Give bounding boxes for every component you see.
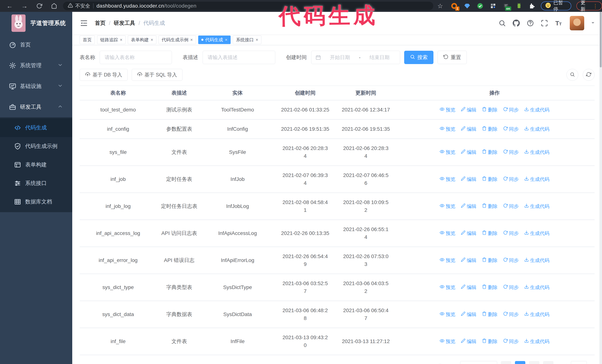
sidebar-item-系统管理[interactable]: 系统管理 bbox=[0, 55, 72, 76]
action-编辑[interactable]: 编辑 bbox=[461, 106, 476, 114]
action-生成代码[interactable]: 生成代码 bbox=[524, 202, 549, 210]
action-同步[interactable]: 同步 bbox=[503, 283, 519, 291]
action-同步[interactable]: 同步 bbox=[503, 175, 519, 183]
sidebar-item-首页[interactable]: 首页 bbox=[0, 34, 72, 55]
page-button-2[interactable]: 2 bbox=[529, 361, 539, 364]
browser-menu-icon[interactable]: ⋮ bbox=[593, 3, 598, 9]
action-同步[interactable]: 同步 bbox=[503, 311, 519, 318]
tab-首页[interactable]: 首页 bbox=[80, 36, 95, 44]
sidebar-item-研发工具[interactable]: 研发工具 bbox=[0, 97, 72, 117]
action-删除[interactable]: 删除 bbox=[482, 338, 497, 345]
submenu-item-系统接口[interactable]: 系统接口 bbox=[0, 174, 72, 193]
action-预览[interactable]: 预览 bbox=[440, 229, 455, 237]
action-编辑[interactable]: 编辑 bbox=[461, 202, 476, 210]
ext-orange-icon[interactable]: 1 bbox=[451, 2, 458, 10]
table-desc-input[interactable] bbox=[203, 51, 275, 64]
goto-page-input[interactable] bbox=[571, 361, 587, 364]
action-编辑[interactable]: 编辑 bbox=[461, 283, 476, 291]
action-编辑[interactable]: 编辑 bbox=[461, 311, 476, 318]
paused-badge[interactable]: 已暂停 bbox=[541, 1, 571, 10]
submenu-item-表单构建[interactable]: 表单构建 bbox=[0, 156, 72, 174]
action-编辑[interactable]: 编辑 bbox=[461, 229, 476, 237]
action-同步[interactable]: 同步 bbox=[503, 256, 519, 264]
breadcrumb-item[interactable]: 首页 bbox=[95, 20, 106, 27]
sidebar-item-基础设施[interactable]: 基础设施 bbox=[0, 76, 72, 97]
caret-down-icon[interactable] bbox=[591, 20, 595, 26]
action-删除[interactable]: 删除 bbox=[482, 202, 497, 210]
breadcrumb-item[interactable]: 研发工具 bbox=[114, 20, 135, 27]
table-name-input[interactable] bbox=[100, 51, 172, 64]
ext-diamond-icon[interactable] bbox=[463, 2, 471, 10]
import-db-button[interactable]: 基于 DB 导入 bbox=[80, 69, 128, 81]
ext-droid-icon[interactable] bbox=[515, 2, 523, 10]
action-生成代码[interactable]: 生成代码 bbox=[524, 256, 549, 264]
avatar[interactable] bbox=[570, 16, 584, 30]
action-生成代码[interactable]: 生成代码 bbox=[524, 148, 549, 156]
close-icon[interactable]: × bbox=[190, 38, 193, 42]
action-删除[interactable]: 删除 bbox=[482, 311, 497, 318]
url-text[interactable]: dashboard.yudao.iocoder.cn/tool/codegen bbox=[97, 3, 196, 9]
prev-page-button[interactable] bbox=[501, 361, 511, 364]
bookmark-star-icon[interactable]: ☆ bbox=[437, 2, 443, 10]
action-同步[interactable]: 同步 bbox=[503, 125, 519, 133]
submenu-item-代码生成示例[interactable]: 代码生成示例 bbox=[0, 137, 72, 156]
scrollbar-thumb[interactable] bbox=[600, 12, 602, 67]
refresh-table-button[interactable] bbox=[583, 69, 595, 81]
page-button-1[interactable]: 1 bbox=[515, 361, 525, 364]
action-预览[interactable]: 预览 bbox=[440, 106, 455, 114]
search-button[interactable]: 搜索 bbox=[404, 51, 433, 64]
browser-update-button[interactable]: 更新 ⋮ bbox=[576, 1, 602, 10]
action-生成代码[interactable]: 生成代码 bbox=[524, 338, 549, 345]
page-scrollbar[interactable] bbox=[599, 12, 602, 364]
action-编辑[interactable]: 编辑 bbox=[461, 338, 476, 345]
tab-代码生成[interactable]: 代码生成× bbox=[198, 36, 231, 44]
site-security[interactable]: 不安全 bbox=[68, 3, 90, 9]
reset-button[interactable]: 重置 bbox=[438, 51, 467, 64]
action-预览[interactable]: 预览 bbox=[440, 125, 455, 133]
action-生成代码[interactable]: 生成代码 bbox=[524, 125, 549, 133]
action-同步[interactable]: 同步 bbox=[503, 202, 519, 210]
action-同步[interactable]: 同步 bbox=[503, 229, 519, 237]
action-生成代码[interactable]: 生成代码 bbox=[524, 229, 549, 237]
action-生成代码[interactable]: 生成代码 bbox=[524, 175, 549, 183]
forward-icon[interactable]: → bbox=[21, 3, 28, 9]
app-logo[interactable]: 芋道管理系统 bbox=[0, 12, 72, 34]
action-编辑[interactable]: 编辑 bbox=[461, 125, 476, 133]
ext-green-check-icon[interactable] bbox=[476, 2, 484, 10]
home-icon[interactable] bbox=[51, 3, 57, 9]
action-同步[interactable]: 同步 bbox=[503, 338, 519, 345]
action-预览[interactable]: 预览 bbox=[440, 148, 455, 156]
address-bar[interactable]: 不安全 dashboard.yudao.iocoder.cn/tool/code… bbox=[63, 2, 433, 10]
sidebar-fold-icon[interactable] bbox=[80, 19, 88, 27]
fullscreen-icon[interactable] bbox=[540, 19, 548, 27]
toggle-search-button[interactable] bbox=[566, 69, 578, 81]
action-预览[interactable]: 预览 bbox=[440, 311, 455, 318]
submenu-item-数据库文档[interactable]: 数据库文档 bbox=[0, 193, 72, 211]
action-预览[interactable]: 预览 bbox=[440, 338, 455, 345]
ext-grid-icon[interactable] bbox=[489, 2, 497, 10]
action-同步[interactable]: 同步 bbox=[503, 148, 519, 156]
import-sql-button[interactable]: 基于 SQL 导入 bbox=[132, 69, 183, 81]
action-删除[interactable]: 删除 bbox=[482, 148, 497, 156]
action-删除[interactable]: 删除 bbox=[482, 125, 497, 133]
submenu-item-代码生成[interactable]: 代码生成 bbox=[0, 118, 72, 137]
action-删除[interactable]: 删除 bbox=[482, 256, 497, 264]
action-预览[interactable]: 预览 bbox=[440, 175, 455, 183]
close-icon[interactable]: × bbox=[225, 38, 227, 42]
close-icon[interactable]: × bbox=[150, 38, 153, 42]
ext-puzzle-icon[interactable] bbox=[528, 2, 536, 10]
close-icon[interactable]: × bbox=[120, 38, 122, 42]
tab-表单构建[interactable]: 表单构建× bbox=[128, 36, 156, 44]
action-编辑[interactable]: 编辑 bbox=[461, 256, 476, 264]
action-生成代码[interactable]: 生成代码 bbox=[524, 311, 549, 318]
ext-dark-icon[interactable]: on bbox=[502, 2, 510, 10]
action-删除[interactable]: 删除 bbox=[482, 175, 497, 183]
back-icon[interactable]: ← bbox=[6, 3, 13, 9]
action-生成代码[interactable]: 生成代码 bbox=[524, 283, 549, 291]
action-删除[interactable]: 删除 bbox=[482, 283, 497, 291]
github-icon[interactable] bbox=[512, 19, 520, 27]
action-预览[interactable]: 预览 bbox=[440, 256, 455, 264]
tab-代码生成示例[interactable]: 代码生成示例× bbox=[159, 36, 196, 44]
help-icon[interactable] bbox=[527, 19, 534, 27]
action-预览[interactable]: 预览 bbox=[440, 283, 455, 291]
